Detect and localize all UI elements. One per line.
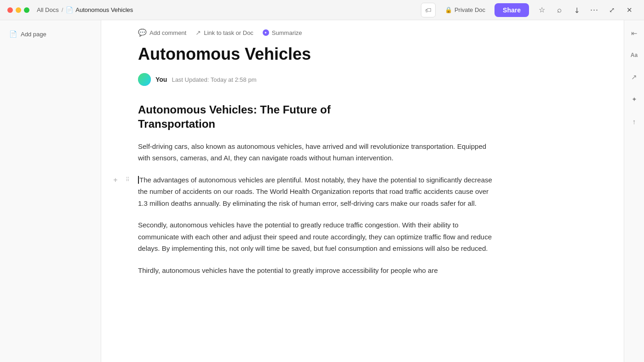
section-title: Autonomous Vehicles: The Future of Trans…: [138, 102, 497, 131]
traffic-lights: [7, 7, 29, 13]
drag-block-button[interactable]: ⠿: [122, 175, 132, 185]
download-button[interactable]: ↘: [569, 3, 584, 17]
right-sidebar: ⇤ Aa ↗ ✦ ↑: [624, 20, 644, 362]
comment-icon: 💬: [138, 28, 147, 37]
star-icon: ☆: [539, 6, 545, 14]
breadcrumb-all-docs[interactable]: All Docs: [37, 6, 59, 13]
upload-icon: ↑: [632, 118, 636, 125]
last-updated: Last Updated: Today at 2:58 pm: [172, 76, 256, 83]
more-icon: ···: [590, 5, 598, 15]
summarize-icon: ✦: [263, 29, 269, 36]
collapse-sidebar-button[interactable]: ⇤: [627, 26, 642, 40]
close-traffic-light[interactable]: [7, 7, 13, 13]
favorite-button[interactable]: ☆: [535, 3, 549, 17]
link-icon: ↗: [196, 29, 201, 36]
share-arrow-button[interactable]: ↗: [627, 70, 642, 85]
download-icon: ↘: [572, 5, 582, 15]
lock-icon: 🔒: [445, 6, 452, 13]
link-to-task-label: Link to task or Doc: [204, 29, 253, 36]
summarize-label: Summarize: [272, 29, 302, 36]
paragraph-4-partial: Thirdly, autonomous vehicles have the po…: [138, 265, 497, 277]
tag-icon: 🏷: [425, 6, 431, 14]
add-comment-action[interactable]: 💬 Add comment: [138, 28, 186, 37]
breadcrumb-doc-title: Autonomous Vehicles: [75, 6, 133, 13]
doc-file-icon: 📄: [66, 6, 73, 13]
paragraph-1: Self-driving cars, also known as autonom…: [138, 141, 497, 164]
left-sidebar: 📄 Add page: [0, 20, 101, 362]
maximize-traffic-light[interactable]: [24, 7, 29, 13]
add-block-button[interactable]: +: [110, 175, 121, 185]
title-bar-actions: ☆ ⌕ ↘ ··· ⤢ ✕: [535, 3, 637, 17]
author-avatar: [138, 73, 151, 86]
magic-icon: ✦: [632, 96, 637, 103]
font-size-button[interactable]: Aa: [627, 48, 642, 62]
section-title-line1: Autonomous Vehicles: The Future of: [138, 103, 331, 116]
section-title-line2: Transportation: [138, 118, 215, 130]
add-page-button[interactable]: 📄 Add page: [6, 28, 95, 40]
paragraph-2-container: + ⠿ The advantages of autonomous vehicle…: [138, 174, 497, 209]
doc-content: Autonomous Vehicles You Last Updated: To…: [138, 44, 497, 276]
doc-toolbar: 💬 Add comment ↗ Link to task or Doc ✦ Su…: [138, 20, 587, 44]
link-to-task-action[interactable]: ↗ Link to task or Doc: [196, 29, 253, 36]
add-page-label: Add page: [21, 31, 46, 38]
title-bar: All Docs / 📄 Autonomous Vehicles 🏷 🔒 Pri…: [0, 0, 644, 20]
paragraph-2-text: The advantages of autonomous vehicles ar…: [138, 176, 492, 207]
breadcrumb-separator: /: [62, 6, 63, 13]
expand-button[interactable]: ⤢: [604, 3, 619, 17]
doc-meta: You Last Updated: Today at 2:58 pm: [138, 73, 497, 86]
add-page-icon: 📄: [9, 30, 17, 38]
collapse-icon: ⇤: [631, 29, 637, 38]
add-comment-label: Add comment: [150, 29, 186, 36]
doc-title: Autonomous Vehicles: [138, 44, 497, 64]
summarize-action[interactable]: ✦ Summarize: [263, 29, 302, 36]
private-doc-button[interactable]: 🔒 Private Doc: [441, 5, 489, 15]
close-icon: ✕: [627, 6, 632, 14]
share-button[interactable]: Share: [494, 3, 529, 17]
author-name: You: [155, 76, 167, 83]
breadcrumb-current-doc: 📄 Autonomous Vehicles: [66, 6, 133, 13]
tag-button[interactable]: 🏷: [421, 3, 436, 17]
upload-button[interactable]: ↑: [627, 114, 642, 129]
search-icon: ⌕: [557, 6, 562, 15]
document-area: 💬 Add comment ↗ Link to task or Doc ✦ Su…: [101, 20, 624, 362]
paragraph-3: Secondly, autonomous vehicles have the p…: [138, 219, 497, 255]
breadcrumb: All Docs / 📄 Autonomous Vehicles: [37, 6, 417, 13]
font-size-icon: Aa: [631, 52, 638, 58]
main-layout: 📄 Add page 💬 Add comment ↗ Link to task …: [0, 20, 644, 362]
search-button[interactable]: ⌕: [552, 3, 567, 17]
title-bar-right: 🏷 🔒 Private Doc Share ☆ ⌕ ↘ ··· ⤢ ✕: [421, 3, 637, 17]
block-controls: + ⠿: [110, 175, 132, 185]
minimize-traffic-light[interactable]: [16, 7, 21, 13]
close-button[interactable]: ✕: [622, 3, 637, 17]
more-button[interactable]: ···: [587, 3, 602, 17]
expand-icon: ⤢: [609, 6, 615, 14]
private-doc-label: Private Doc: [454, 6, 485, 13]
share-arrow-icon: ↗: [631, 73, 637, 81]
avatar-image: [138, 73, 151, 86]
magic-button[interactable]: ✦: [627, 92, 642, 107]
